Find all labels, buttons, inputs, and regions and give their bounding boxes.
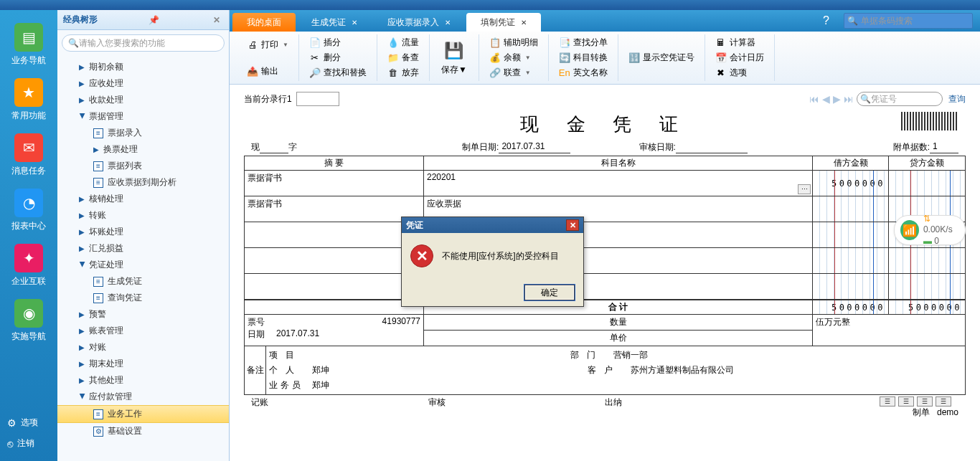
tree-item[interactable]: ▶对账 — [57, 339, 229, 356]
close-icon[interactable]: ✕ — [566, 219, 579, 231]
dialog-title-bar[interactable]: 凭证 ✕ — [402, 217, 583, 233]
balance-button[interactable]: 💰余额▼ — [486, 51, 541, 65]
close-icon[interactable]: ✕ — [210, 15, 223, 25]
table-row[interactable]: 票据背书 应收票据 — [245, 196, 965, 222]
nav-item[interactable]: ✦企业互联 — [0, 238, 57, 293]
find-replace-button[interactable]: 🔎查找和替换 — [306, 66, 369, 80]
cell-credit[interactable] — [889, 274, 965, 299]
tree-item[interactable]: ▶期初余额 — [57, 59, 229, 75]
tree-item[interactable]: ≡应收票据到期分析 — [57, 174, 229, 191]
abandon-button[interactable]: 🗑放弃 — [385, 66, 422, 80]
voucher-no-input[interactable] — [871, 94, 936, 104]
flow-button[interactable]: 💧流量 — [385, 36, 422, 49]
sig-icon[interactable]: ☰ — [880, 396, 895, 407]
save-button[interactable]: 💾 保存▼ — [437, 38, 471, 77]
cell-summary[interactable] — [245, 248, 424, 273]
options-button[interactable]: ✖选项 — [712, 66, 767, 80]
tab[interactable]: 应收票据录入✕ — [373, 13, 465, 32]
insert-button[interactable]: 📄插分 — [306, 36, 369, 49]
tree-item[interactable]: ▶账表管理 — [57, 323, 229, 339]
tree-item[interactable]: ▶应付款管理 — [57, 389, 229, 405]
top-search[interactable]: 🔍 — [844, 13, 973, 29]
tab[interactable]: 生成凭证✕ — [297, 13, 372, 32]
cell-summary[interactable]: 票据背书 — [245, 171, 424, 196]
cell-debit[interactable] — [813, 196, 889, 222]
tree-item[interactable]: ≡票据列表 — [57, 158, 229, 174]
cell-summary[interactable] — [245, 222, 424, 247]
next-button[interactable]: ▶ — [833, 93, 841, 105]
delete-button[interactable]: ✂删分 — [306, 51, 369, 65]
tree-item[interactable]: ⚙基础设置 — [57, 423, 229, 439]
tab[interactable]: 我的桌面 — [232, 13, 296, 32]
sig-icon[interactable]: ☰ — [936, 396, 951, 407]
cell-subject[interactable]: 220201⋯ — [424, 171, 813, 196]
table-row[interactable] — [245, 274, 965, 300]
sig-icon[interactable]: ☰ — [917, 396, 933, 407]
ok-button[interactable]: 确定 — [524, 285, 575, 300]
backup-button[interactable]: 📁备查 — [385, 51, 422, 65]
tree-search-input[interactable] — [79, 38, 218, 48]
cell-debit[interactable] — [813, 274, 889, 299]
browse-button[interactable]: ⋯ — [798, 184, 811, 194]
table-row[interactable] — [245, 222, 965, 248]
table-row[interactable]: 票据背书 220201⋯ 5000000 — [245, 171, 965, 196]
show-empty-button[interactable]: 🔢显示空凭证号 — [626, 51, 697, 65]
tree-item[interactable]: ▶转账 — [57, 207, 229, 224]
table-row[interactable] — [245, 248, 965, 274]
logout-link[interactable]: ⎋注销 — [0, 433, 57, 454]
output-button[interactable]: 📤输出 — [244, 65, 291, 78]
current-line-box[interactable] — [296, 92, 339, 106]
subject-convert-button[interactable]: 🔄科目转换 — [556, 51, 611, 65]
cell-credit[interactable] — [889, 171, 965, 196]
calculator-button[interactable]: 🖩计算器 — [712, 36, 767, 49]
nav-item[interactable]: ✉消息任务 — [0, 128, 57, 183]
sig-icon[interactable]: ☰ — [898, 396, 914, 407]
prev-button[interactable]: ◀ — [822, 93, 830, 105]
nav-item[interactable]: ◉实施导航 — [0, 293, 57, 348]
tree-item[interactable]: ▶其他处理 — [57, 372, 229, 389]
tree-item[interactable]: ≡查询凭证 — [57, 290, 229, 306]
tree-search[interactable]: 🔍 — [62, 34, 225, 52]
first-button[interactable]: ⏮ — [809, 93, 819, 105]
tree-item[interactable]: ▶换票处理 — [57, 141, 229, 158]
cell-debit[interactable]: 5000000 — [813, 171, 889, 196]
find-split-button[interactable]: 📑查找分单 — [556, 36, 611, 49]
tree-item[interactable]: ▶收款处理 — [57, 92, 229, 108]
top-search-input[interactable] — [861, 16, 969, 26]
aux-detail-button[interactable]: 📋辅助明细 — [486, 36, 541, 49]
cell-debit[interactable] — [813, 248, 889, 273]
voucher-no-box[interactable]: 🔍 — [857, 92, 943, 106]
last-button[interactable]: ⏭ — [844, 93, 854, 105]
tab[interactable]: 填制凭证✕ — [466, 13, 541, 32]
nav-item[interactable]: ◔报表中心 — [0, 183, 57, 238]
tree-item[interactable]: ▶应收处理 — [57, 75, 229, 92]
cell-summary[interactable] — [245, 274, 424, 299]
nav-item[interactable]: ▤业务导航 — [0, 17, 57, 72]
tree-item[interactable]: ▶期末处理 — [57, 356, 229, 372]
tree-item[interactable]: ▶票据管理 — [57, 108, 229, 125]
tree-item[interactable]: ▶凭证处理 — [57, 257, 229, 273]
close-icon[interactable]: ✕ — [521, 19, 527, 27]
wifi-widget[interactable]: 📶 ⇅ 0.00K/s ▬ 0 — [894, 215, 966, 245]
tree-item[interactable]: ▶汇兑损益 — [57, 240, 229, 257]
print-button[interactable]: 🖨打印▼ — [244, 38, 291, 52]
options-link[interactable]: ⚙选项 — [0, 412, 57, 433]
link-query-button[interactable]: 🔗联查▼ — [486, 66, 541, 80]
tree-item[interactable]: ▶核销处理 — [57, 191, 229, 207]
close-icon[interactable]: ✕ — [445, 19, 451, 27]
query-link[interactable]: 查询 — [948, 93, 966, 105]
tree-item[interactable]: ≡票据录入 — [57, 125, 229, 141]
nav-item[interactable]: ★常用功能 — [0, 72, 57, 128]
pin-icon[interactable]: 📌 — [146, 15, 162, 25]
cell-debit[interactable] — [813, 222, 889, 247]
close-icon[interactable]: ✕ — [352, 19, 357, 27]
cell-summary[interactable]: 票据背书 — [245, 196, 424, 222]
cell-credit[interactable] — [889, 248, 965, 273]
tree-item[interactable]: ≡生成凭证 — [57, 273, 229, 290]
tree-item[interactable]: ▶坏账处理 — [57, 224, 229, 240]
tree-item[interactable]: ≡业务工作 — [57, 405, 229, 423]
tree-item[interactable]: ▶预警 — [57, 306, 229, 323]
help-icon[interactable]: ? — [823, 14, 829, 27]
calendar-button[interactable]: 📅会计日历 — [712, 51, 767, 65]
english-name-button[interactable]: En英文名称 — [556, 66, 611, 80]
